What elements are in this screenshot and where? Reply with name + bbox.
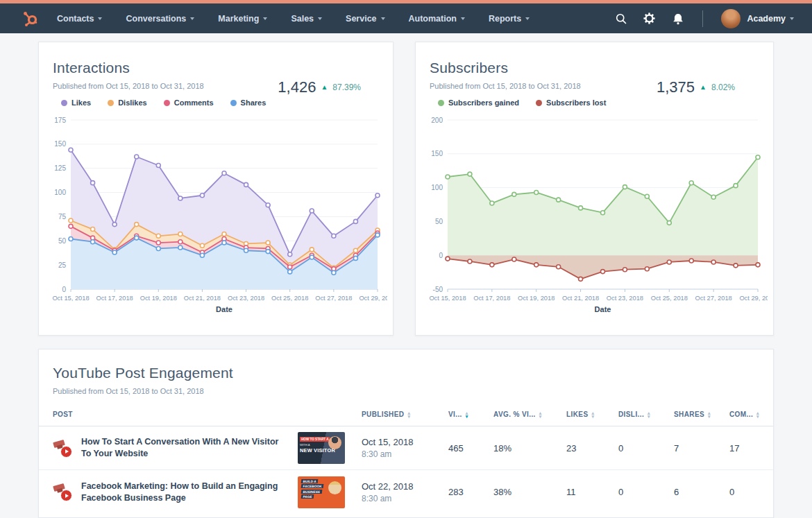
svg-text:50: 50 — [435, 218, 443, 225]
nav-item-contacts[interactable]: Contacts — [57, 14, 102, 24]
delta-up-icon: ▲ — [321, 84, 328, 91]
svg-text:Oct 23, 2018: Oct 23, 2018 — [607, 295, 643, 302]
column-header-label: AVG. % VI... — [493, 411, 536, 418]
shares-cell: 7 — [674, 443, 729, 454]
nav-item-sales[interactable]: Sales — [291, 14, 322, 24]
svg-text:Date: Date — [595, 305, 611, 313]
legend-item-comments: Comments — [164, 98, 214, 107]
column-header-label: SHARES — [674, 411, 704, 418]
svg-text:Oct 15, 2018: Oct 15, 2018 — [52, 295, 89, 302]
legend-label: Subscribers gained — [448, 98, 519, 107]
nav-item-label: Marketing — [218, 14, 259, 24]
svg-text:0: 0 — [62, 286, 66, 293]
comments-cell: 0 — [729, 487, 759, 497]
svg-text:Oct 17, 2018: Oct 17, 2018 — [473, 295, 510, 302]
shares-cell: 6 — [674, 487, 729, 497]
chevron-down-icon — [263, 17, 267, 20]
chevron-down-icon — [98, 17, 102, 20]
sort-icon: ▴▾ — [756, 411, 759, 418]
svg-text:100: 100 — [431, 184, 443, 191]
legend-item-shares: Shares — [230, 98, 267, 107]
nav-item-service[interactable]: Service — [346, 14, 384, 24]
svg-text:175: 175 — [54, 116, 66, 124]
chevron-down-icon — [381, 17, 385, 20]
column-header-label: DISLI... — [618, 411, 644, 418]
published-cell: Oct 15, 20188:30 am — [362, 437, 448, 459]
thumbnail-face — [328, 481, 341, 494]
account-label: Academy — [747, 14, 786, 24]
nav-item-label: Reports — [489, 14, 521, 24]
svg-text:Oct 27, 2018: Oct 27, 2018 — [695, 295, 732, 302]
column-header-label: LIKES — [566, 411, 588, 418]
nav-item-label: Sales — [291, 14, 314, 24]
nav-item-conversations[interactable]: Conversations — [126, 14, 194, 24]
thumbnail-text: BUILD A — [301, 479, 319, 483]
topbar-right: Academy — [614, 9, 794, 28]
column-header-label: POST — [53, 411, 73, 418]
nav-item-automation[interactable]: Automation — [409, 14, 465, 24]
chevron-down-icon — [190, 17, 194, 20]
sort-icon: ▴▾ — [466, 411, 468, 418]
legend-item-subscribers-lost: Subscribers lost — [536, 98, 606, 107]
legend-dot-icon — [164, 100, 170, 106]
delta-up-icon: ▲ — [700, 84, 707, 91]
chevron-down-icon — [790, 17, 794, 20]
column-header-shares[interactable]: SHARES▴▾ — [674, 411, 729, 418]
subscribers-total: 1,375 — [657, 78, 695, 96]
search-icon[interactable] — [614, 12, 627, 25]
table-row[interactable]: How To Start A Conversation With A New V… — [39, 426, 773, 470]
svg-text:Oct 29, 2018: Oct 29, 2018 — [739, 295, 768, 302]
sort-icon: ▴▾ — [591, 411, 594, 418]
nav-item-reports[interactable]: Reports — [489, 14, 530, 24]
legend-dot-icon — [61, 100, 67, 106]
nav-item-marketing[interactable]: Marketing — [218, 14, 267, 24]
engagement-card: YouTube Post Engagement Published from O… — [38, 349, 774, 518]
sort-icon: ▴▾ — [407, 411, 410, 418]
svg-text:Oct 29, 2018: Oct 29, 2018 — [359, 295, 387, 302]
svg-text:75: 75 — [58, 213, 67, 221]
legend-label: Dislikes — [118, 98, 147, 107]
sort-desc-caret: ▾ — [466, 415, 468, 418]
engagement-title: YouTube Post Engagement — [39, 349, 773, 381]
svg-text:Oct 17, 2018: Oct 17, 2018 — [96, 295, 133, 302]
column-header-published[interactable]: PUBLISHED▴▾ — [362, 411, 448, 418]
table-row[interactable]: Facebook Marketing: How to Build an Enga… — [39, 470, 773, 514]
avatar — [721, 9, 741, 28]
views-cell: 465 — [448, 443, 493, 454]
youtube-academy-icon — [53, 483, 72, 501]
youtube-academy-icon — [53, 439, 72, 458]
column-header-likes[interactable]: LIKES▴▾ — [566, 411, 618, 418]
hubspot-sprocket-icon[interactable] — [21, 10, 39, 28]
nav-item-label: Service — [346, 14, 376, 24]
column-header-vi[interactable]: VI...▴▾ — [448, 411, 493, 418]
nav-item-label: Automation — [409, 14, 457, 24]
column-header-disli[interactable]: DISLI...▴▾ — [618, 411, 674, 418]
column-header-com[interactable]: COM...▴▾ — [729, 411, 759, 418]
published-time: 8:30 am — [362, 494, 448, 503]
svg-text:50: 50 — [58, 237, 67, 245]
sort-desc-caret: ▾ — [756, 415, 759, 418]
legend-dot-icon — [438, 100, 444, 106]
thumbnail-face — [328, 436, 341, 449]
account-menu[interactable]: Academy — [721, 9, 794, 28]
post-thumbnail: BUILD AFACEBOOKBUSINESSPAGE — [298, 476, 345, 508]
notifications-icon[interactable] — [671, 12, 684, 25]
svg-text:200: 200 — [431, 116, 443, 124]
svg-text:Oct 15, 2018: Oct 15, 2018 — [429, 295, 466, 302]
svg-text:125: 125 — [54, 164, 66, 172]
svg-text:100: 100 — [54, 189, 66, 196]
dislikes-cell: 0 — [618, 487, 674, 497]
sort-desc-caret: ▾ — [591, 415, 594, 418]
top-navigation-bar: ContactsConversationsMarketingSalesServi… — [0, 3, 812, 33]
youtube-play-icon — [60, 490, 72, 501]
thumbnail-text: BUSINESS — [301, 490, 322, 494]
column-header-avgvi[interactable]: AVG. % VI...▴▾ — [493, 411, 566, 418]
settings-icon[interactable] — [643, 12, 656, 25]
svg-text:Oct 25, 2018: Oct 25, 2018 — [651, 295, 688, 302]
avg-view-pct-cell: 38% — [493, 487, 566, 497]
svg-text:Oct 27, 2018: Oct 27, 2018 — [315, 295, 352, 302]
published-cell: Oct 22, 20188:30 am — [362, 481, 448, 503]
nav-item-label: Conversations — [126, 14, 186, 24]
avg-view-pct-cell: 18% — [493, 443, 566, 454]
sort-icon: ▴▾ — [708, 411, 711, 418]
